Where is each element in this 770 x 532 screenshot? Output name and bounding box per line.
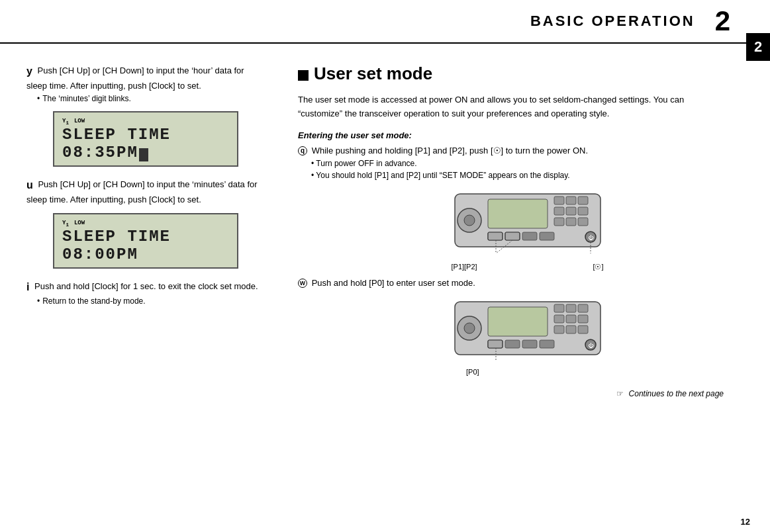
chapter-title: BASIC OPERATION	[530, 13, 695, 30]
step-u-marker: u	[26, 179, 33, 191]
side-chapter-badge: 2	[746, 33, 770, 61]
svg-rect-15	[522, 232, 537, 240]
chapter-number: 2	[715, 5, 730, 37]
svg-rect-34	[554, 326, 564, 333]
lcd-line1-2: SLEEP TIME	[62, 228, 229, 245]
svg-rect-32	[566, 315, 576, 323]
svg-rect-29	[566, 304, 576, 312]
step-i-text: i Push and hold [Clock] for 1 sec. to ex…	[26, 279, 265, 307]
svg-point-26	[464, 323, 475, 333]
svg-rect-16	[540, 232, 554, 240]
svg-rect-9	[578, 207, 588, 215]
radio-1-label-right: [☉]	[593, 263, 603, 271]
entering-title: Entering the user set mode:	[298, 130, 730, 140]
step-u-text: u Push [CH Up] or [CH Down] to input the…	[26, 177, 265, 206]
radio-2-label: [P0]	[466, 368, 625, 376]
step-y-marker: y	[26, 66, 32, 77]
radio-svg-1: ⏻	[448, 187, 607, 260]
svg-rect-17	[488, 232, 503, 240]
svg-rect-33	[578, 315, 588, 323]
svg-rect-4	[554, 197, 564, 204]
intro-paragraph: The user set mode is accessed at power O…	[298, 93, 730, 121]
lcd-line1-1: SLEEP TIME	[62, 126, 229, 144]
svg-text:⏻: ⏻	[588, 235, 594, 241]
svg-rect-40	[540, 340, 554, 348]
lcd-indicators-1: Y1 LOW	[62, 118, 229, 126]
step-y-text: y Push [CH Up] or [CH Down] to input the…	[26, 64, 265, 105]
section-title: User set mode	[298, 64, 730, 84]
svg-rect-5	[566, 197, 576, 204]
step-q-marker: q	[298, 146, 307, 155]
radio-illustration-1: ⏻ [P1][P2] [☉]	[324, 187, 730, 271]
step-i-bullet: •Return to the stand-by mode.	[37, 295, 265, 307]
svg-rect-11	[566, 218, 576, 226]
radio-illustration-2: ⏻ [P0]	[324, 295, 730, 376]
svg-rect-28	[554, 304, 564, 312]
svg-rect-38	[505, 340, 520, 348]
lcd-display-2: Y1 LOW SLEEP TIME 08:00PM	[53, 213, 238, 269]
continues-note: ☞ Continues to the next page	[298, 389, 730, 398]
step-w-marker: w	[298, 279, 307, 288]
svg-rect-27	[488, 307, 548, 336]
svg-rect-8	[566, 207, 576, 215]
step-q-bullet-1: • Turn power OFF in advance.	[311, 157, 730, 170]
lcd-signal-icon-1: Y1	[62, 118, 69, 126]
step-w-text: w Push and hold [P0] to enter user set m…	[298, 277, 730, 290]
step-y-bullet: •The ‘minutes’ digit blinks.	[37, 93, 265, 105]
section-title-square	[298, 70, 309, 81]
right-column: User set mode The user set mode is acces…	[285, 57, 770, 405]
step-u: u Push [CH Up] or [CH Down] to input the…	[26, 177, 265, 269]
svg-rect-10	[554, 218, 564, 226]
svg-rect-35	[566, 326, 576, 333]
lcd-signal-icon-2: Y1	[62, 220, 69, 228]
lcd-indicators-2: Y1 LOW	[62, 220, 229, 228]
step-q-bullet-2: • You should hold [P1] and [P2] until “S…	[311, 169, 730, 182]
svg-rect-3	[488, 199, 548, 228]
svg-point-2	[464, 215, 475, 226]
main-content: y Push [CH Up] or [CH Down] to input the…	[0, 44, 770, 405]
svg-rect-12	[578, 218, 588, 226]
lcd-line2-2: 08:00PM	[62, 246, 229, 263]
radio-svg-2: ⏻	[448, 295, 607, 368]
blink-cursor-1	[139, 148, 148, 161]
left-column: y Push [CH Up] or [CH Down] to input the…	[0, 57, 285, 405]
svg-rect-41	[488, 340, 503, 348]
lcd-low-label-2: LOW	[74, 220, 85, 226]
svg-rect-39	[522, 340, 537, 348]
svg-rect-18	[505, 232, 520, 240]
step-w: w Push and hold [P0] to enter user set m…	[298, 277, 730, 376]
svg-text:⏻: ⏻	[588, 343, 594, 349]
svg-rect-36	[578, 326, 588, 333]
page-number: 12	[741, 517, 750, 527]
continues-icon: ☞	[616, 389, 624, 398]
step-i-marker: i	[26, 281, 29, 292]
step-y: y Push [CH Up] or [CH Down] to input the…	[26, 64, 265, 167]
svg-rect-7	[554, 207, 564, 215]
radio-2-label-p0: [P0]	[466, 368, 479, 376]
step-q: q While pushing and holding [P1] and [P2…	[298, 144, 730, 271]
svg-rect-6	[578, 197, 588, 204]
svg-rect-30	[578, 304, 588, 312]
radio-1-labels: [P1][P2] [☉]	[452, 263, 604, 271]
page-header: BASIC OPERATION 2	[0, 0, 770, 44]
lcd-line2-1: 08:35PM	[62, 144, 229, 161]
step-q-text: q While pushing and holding [P1] and [P2…	[298, 144, 730, 182]
svg-rect-31	[554, 315, 564, 323]
radio-1-label-left: [P1][P2]	[452, 263, 477, 271]
lcd-display-1: Y1 LOW SLEEP TIME 08:35PM	[53, 111, 238, 167]
lcd-low-label-1: LOW	[74, 118, 85, 124]
step-i: i Push and hold [Clock] for 1 sec. to ex…	[26, 279, 265, 307]
